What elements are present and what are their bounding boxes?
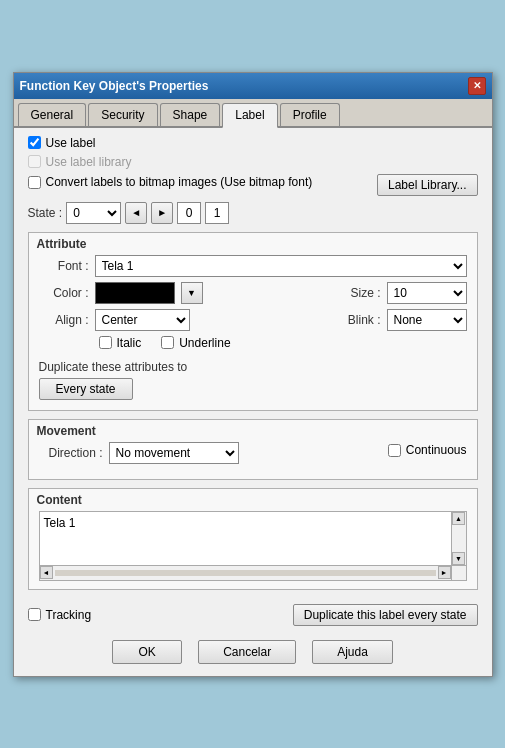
italic-checkbox-row: Italic	[99, 336, 142, 350]
label-library-button[interactable]: Label Library...	[377, 174, 478, 196]
attribute-title: Attribute	[29, 233, 477, 255]
font-select[interactable]: Tela 1	[95, 255, 467, 277]
cancel-button[interactable]: Cancelar	[198, 640, 296, 664]
direction-row: Direction : No movement Continuous	[39, 442, 467, 464]
color-size-row: Color : ▼ Size : 10	[39, 282, 467, 304]
bottom-bar: Tracking Duplicate this label every stat…	[14, 598, 492, 632]
tracking-checkbox[interactable]	[28, 608, 41, 621]
movement-inner: Direction : No movement Continuous	[29, 442, 477, 464]
state-num1: 1	[205, 202, 229, 224]
color-button[interactable]	[95, 282, 175, 304]
close-button[interactable]: ✕	[468, 77, 486, 95]
use-label-row: Use label	[28, 136, 478, 150]
italic-checkbox[interactable]	[99, 336, 112, 349]
use-label-checkbox[interactable]	[28, 136, 41, 149]
content-title: Content	[29, 489, 477, 511]
hscroll-track	[55, 570, 436, 576]
tab-bar: General Security Shape Label Profile	[14, 99, 492, 128]
direction-select[interactable]: No movement	[109, 442, 239, 464]
every-state-button[interactable]: Every state	[39, 378, 133, 400]
top-options: Use label Use label library Convert labe…	[14, 128, 492, 232]
italic-underline-row: Italic Underline	[99, 336, 467, 355]
direction-label: Direction :	[39, 446, 103, 460]
continuous-row: Continuous	[388, 443, 467, 457]
use-label-text: Use label	[46, 136, 96, 150]
attribute-section: Attribute Font : Tela 1 Color : ▼ Size :	[28, 232, 478, 590]
font-row: Font : Tela 1	[39, 255, 467, 277]
size-select[interactable]: 10	[387, 282, 467, 304]
continuous-label: Continuous	[406, 443, 467, 457]
use-label-library-checkbox[interactable]	[28, 155, 41, 168]
tab-profile[interactable]: Profile	[280, 103, 340, 126]
italic-label: Italic	[117, 336, 142, 350]
title-bar: Function Key Object's Properties ✕	[14, 73, 492, 99]
align-label: Align :	[39, 313, 89, 327]
state-select[interactable]: 0	[66, 202, 121, 224]
dialog-title: Function Key Object's Properties	[20, 79, 209, 93]
tab-label[interactable]: Label	[222, 103, 277, 128]
ok-button[interactable]: OK	[112, 640, 182, 664]
align-blink-row: Align : Center Left Right Blink : None	[39, 309, 467, 331]
footer-buttons: OK Cancelar Ajuda	[14, 632, 492, 676]
convert-labels-checkbox[interactable]	[28, 176, 41, 189]
help-button[interactable]: Ajuda	[312, 640, 393, 664]
tab-shape[interactable]: Shape	[160, 103, 221, 126]
attribute-inner: Font : Tela 1 Color : ▼ Size : 10	[29, 255, 477, 400]
content-text: Tela 1	[40, 512, 466, 534]
state-row: State : 0 ◄ ► 0 1	[28, 202, 478, 224]
attribute-box: Attribute Font : Tela 1 Color : ▼ Size :	[28, 232, 478, 411]
continuous-checkbox[interactable]	[388, 444, 401, 457]
blink-select[interactable]: None	[387, 309, 467, 331]
vscroll-up-button[interactable]: ▲	[452, 512, 465, 525]
color-label: Color :	[39, 286, 89, 300]
state-label: State :	[28, 206, 63, 220]
color-arrow-button[interactable]: ▼	[181, 282, 203, 304]
scroll-corner	[451, 565, 466, 580]
align-select[interactable]: Center Left Right	[95, 309, 190, 331]
tab-general[interactable]: General	[18, 103, 87, 126]
tracking-row: Tracking	[28, 608, 92, 622]
hscroll-right-button[interactable]: ►	[438, 566, 451, 579]
convert-labels-row: Convert labels to bitmap images (Use bit…	[28, 175, 313, 189]
underline-checkbox-row: Underline	[161, 336, 230, 350]
tracking-label: Tracking	[46, 608, 92, 622]
use-label-library-row: Use label library	[28, 155, 478, 169]
blink-label: Blink :	[348, 313, 381, 327]
hscroll-left-button[interactable]: ◄	[40, 566, 53, 579]
tab-security[interactable]: Security	[88, 103, 157, 126]
duplicate-label-button[interactable]: Duplicate this label every state	[293, 604, 478, 626]
underline-label: Underline	[179, 336, 230, 350]
content-inner: Tela 1 ▲ ▼ ◄ ►	[29, 511, 477, 585]
main-dialog: Function Key Object's Properties ✕ Gener…	[13, 72, 493, 677]
convert-labels-text: Convert labels to bitmap images (Use bit…	[46, 175, 313, 189]
movement-section: Movement Direction : No movement Continu…	[28, 419, 478, 480]
underline-checkbox[interactable]	[161, 336, 174, 349]
size-label: Size :	[350, 286, 380, 300]
state-num0: 0	[177, 202, 201, 224]
movement-title: Movement	[29, 420, 477, 442]
vscroll-down-button[interactable]: ▼	[452, 552, 465, 565]
state-next-button[interactable]: ►	[151, 202, 173, 224]
font-label: Font :	[39, 259, 89, 273]
content-section: Content Tela 1 ▲ ▼ ◄ ►	[28, 488, 478, 590]
duplicate-attributes-text: Duplicate these attributes to	[39, 360, 467, 374]
use-label-library-text: Use label library	[46, 155, 132, 169]
state-prev-button[interactable]: ◄	[125, 202, 147, 224]
